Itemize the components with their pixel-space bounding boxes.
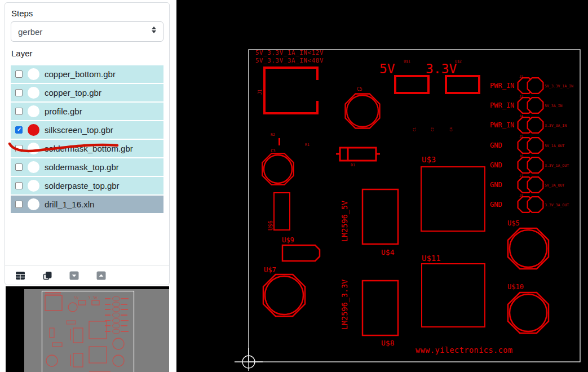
connector-pads <box>518 197 543 212</box>
connector-side-label: GND <box>490 161 502 169</box>
board-note-1: 5V_3.3V_1A_IN<12V <box>255 49 324 56</box>
c5-body <box>347 95 378 127</box>
connector-net-label: 5V_1A_OUT <box>545 144 564 148</box>
cap1-designator: C1 <box>412 127 416 131</box>
u9-footprint <box>282 245 320 261</box>
connector-side-label: GND <box>490 141 502 149</box>
layer-checkbox[interactable] <box>15 89 23 96</box>
pad-3-3v <box>446 76 479 93</box>
layer-checkbox[interactable] <box>15 70 23 78</box>
layers-icon <box>42 271 52 281</box>
connector-row-6: GND J7 5V_3A_OUT <box>490 174 564 193</box>
origin-crosshair-icon <box>235 348 263 371</box>
label-5v: 5V <box>379 61 395 76</box>
gerber-render-canvas[interactable]: 5V_3.3V_1A_IN<12V 5V_3.3V_3A_IN<48V J1 C… <box>176 0 588 372</box>
connector-side-label: GND <box>490 201 502 209</box>
connector-pads <box>518 138 543 153</box>
u9-designator: U$9 <box>282 236 294 244</box>
u3-footprint <box>421 167 485 231</box>
layers-stack-button[interactable] <box>42 271 52 281</box>
connector-side-label: PWR_IN <box>490 82 514 90</box>
connector-net-label: 3.3V_3A_OUT <box>545 203 569 207</box>
layer-name: profile.gbr <box>45 107 82 116</box>
silkscreen-layer-svg: 5V_3.3V_1A_IN<12V 5V_3.3V_3A_IN<48V J1 C… <box>176 0 588 372</box>
layer-color-dot[interactable] <box>28 87 39 99</box>
u8-designator: U$8 <box>381 339 394 347</box>
layer-checkbox-checked[interactable] <box>15 126 23 134</box>
layer-name: drill_1_16.xln <box>45 200 94 209</box>
layer-row-solderpaste-top[interactable]: solderpaste_top.gbr <box>11 177 163 194</box>
u4-designator: U$4 <box>381 248 395 256</box>
connector-row-2: PWR_IN J3 5V_3A_IN <box>490 94 562 113</box>
d1-footprint <box>336 148 380 161</box>
cap3-designator: C4 <box>449 127 453 131</box>
layer-color-dot[interactable] <box>28 143 39 154</box>
layer-color-dot[interactable] <box>28 198 39 210</box>
layer-color-dot[interactable] <box>28 68 39 80</box>
u8-footprint <box>362 281 398 335</box>
r2-designator: R2 <box>271 132 275 137</box>
connector-row-7: GND J8 3.3V_3A_OUT <box>490 193 569 212</box>
connector-net-label: 5V_3.3V_1A_IN <box>545 84 573 88</box>
u7-footprint <box>263 274 305 316</box>
connector-net-label: 5V_3A_OUT <box>545 183 564 188</box>
u5-body <box>510 230 547 267</box>
connector-side-label: PWR_IN <box>490 101 514 109</box>
connector-pads <box>518 98 543 113</box>
layer-name: soldermask_top.gbr <box>45 162 119 172</box>
select-updown-icon <box>152 26 156 33</box>
connector-pads <box>518 117 543 133</box>
connector-pads <box>518 157 543 173</box>
layer-checkbox[interactable] <box>15 182 23 189</box>
u10-footprint <box>508 293 549 333</box>
move-layer-up-button[interactable] <box>96 271 107 281</box>
layer-color-dot-active[interactable] <box>28 124 39 136</box>
layer-name: solderpaste_top.gbr <box>45 181 120 191</box>
layer-row-copper-bottom[interactable]: copper_bottom.gbr <box>11 65 163 83</box>
layer-checkbox[interactable] <box>15 163 23 171</box>
layer-name: copper_bottom.gbr <box>45 69 116 79</box>
layer-color-dot[interactable] <box>28 180 39 192</box>
connector-row-1: PWR_IN J2 5V_3.3V_1A_IN <box>490 74 573 94</box>
u5-footprint <box>508 228 549 269</box>
u3-designator: U$3 <box>422 155 436 164</box>
j1-designator: J1 <box>258 89 263 95</box>
pad-5v <box>395 76 428 93</box>
c3-designator: C3 <box>271 149 275 153</box>
move-down-icon <box>69 271 79 280</box>
layer-color-dot[interactable] <box>28 105 39 117</box>
label-3-3v: 3.3V <box>426 61 457 76</box>
layer-checkbox[interactable] <box>15 108 23 115</box>
minimap-5v-label: 5V <box>74 296 79 300</box>
layer-row-silkscreen-top[interactable]: silkscreen_top.gbr <box>11 121 163 139</box>
connector-row-3: PWR_IN J4 3.3V_3A_IN <box>490 114 567 133</box>
layer-row-soldermask-top[interactable]: soldermask_top.gbr <box>11 158 163 176</box>
minimap-board-thumbnail: 5V 3.3V <box>23 288 153 372</box>
u2-designator: U$2 <box>455 59 462 64</box>
layer-checkbox[interactable] <box>15 145 23 152</box>
c5-designator: C5 <box>357 87 362 92</box>
layer-row-copper-top[interactable]: copper_top.gbr <box>11 84 163 101</box>
move-layer-down-button[interactable] <box>69 271 79 281</box>
u5-designator: U$5 <box>507 219 520 227</box>
c3-body <box>264 155 292 183</box>
u1-designator: U$1 <box>404 59 410 64</box>
layer-row-soldermask-bottom[interactable]: soldermask_bottom.gbr <box>11 140 163 157</box>
layer-checkbox[interactable] <box>15 201 23 208</box>
connector-net-label: 5V_3A_IN <box>545 104 562 108</box>
website-text: www.yilectronics.com <box>415 346 513 355</box>
layer-row-drill[interactable]: drill_1_16.xln <box>11 196 163 213</box>
layer-row-profile[interactable]: profile.gbr <box>11 103 163 120</box>
table-icon <box>15 271 25 280</box>
move-up-icon <box>96 271 106 280</box>
r1-designator: R1 <box>305 143 310 147</box>
minimap-panel[interactable]: 5V 3.3V <box>6 286 169 372</box>
steps-select[interactable]: gerber <box>11 21 163 42</box>
u7-body <box>265 276 303 315</box>
u6-designator: U$6 <box>267 220 273 231</box>
c3-footprint <box>262 153 293 184</box>
u11-designator: U$11 <box>422 254 441 263</box>
steps-label: Steps <box>11 8 169 18</box>
layer-color-dot[interactable] <box>28 161 39 173</box>
table-view-button[interactable] <box>15 271 25 281</box>
